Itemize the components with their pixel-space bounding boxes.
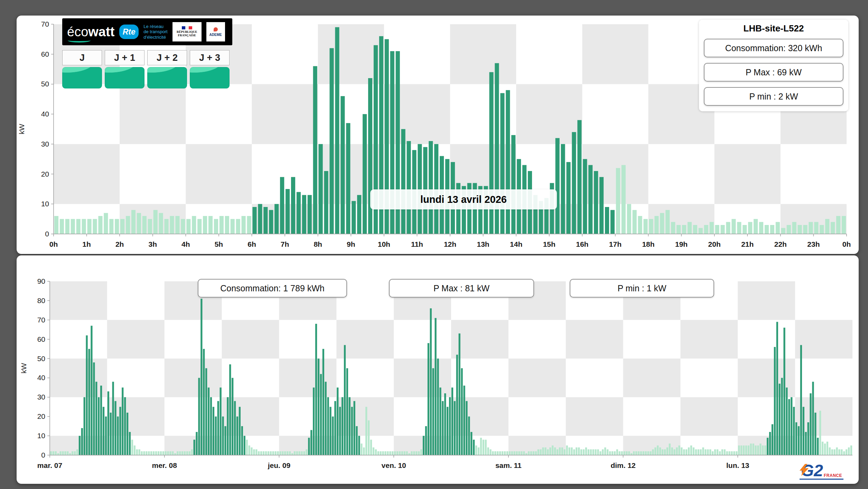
ecowatt-tab-j-label: J: [62, 50, 102, 65]
ademe-logo: ADEME: [206, 22, 225, 41]
g2e-lightning-icon: [800, 464, 809, 476]
svg-text:13h: 13h: [477, 240, 489, 248]
ecowatt-day-tabs: J J + 1 J + 2 J + 3: [62, 50, 232, 88]
svg-text:10: 10: [37, 432, 45, 440]
svg-text:11h: 11h: [411, 240, 423, 248]
rte-caption: Le réseau de transport d'électricité: [143, 24, 167, 40]
svg-text:1h: 1h: [82, 240, 91, 248]
svg-text:kW: kW: [18, 124, 26, 134]
ecowatt-brand-watt: watt: [88, 25, 114, 39]
daily-pmin-stat: P min : 2 kW: [704, 87, 843, 106]
ecowatt-signal-green-j: [62, 67, 102, 88]
svg-text:20: 20: [37, 412, 45, 420]
g2e-country-text: FRANCE: [824, 473, 842, 478]
ecowatt-tab-j3-label: J + 3: [190, 50, 230, 65]
svg-text:22h: 22h: [774, 240, 787, 248]
ecowatt-widget: écowatt Rte Le réseau de transport d'éle…: [62, 18, 232, 88]
svg-text:40: 40: [37, 374, 45, 382]
ecowatt-tab-j1[interactable]: J + 1: [105, 50, 144, 88]
ecowatt-brand-eco: éco: [67, 25, 88, 39]
ecowatt-signal-green-j1: [105, 67, 144, 88]
svg-text:mer. 08: mer. 08: [152, 461, 177, 469]
ademe-flame-icon: [214, 27, 218, 31]
weekly-consumption-stat: Consommation: 1 789 kWh: [198, 279, 347, 298]
energy-dashboard: 0102030405060700h1h2h3h4h5h6h7h8h9h10h11…: [0, 0, 868, 489]
svg-text:50: 50: [41, 80, 49, 88]
g2e-logo: G2 FRANCE: [800, 464, 843, 480]
ecowatt-logo: écowatt Rte Le réseau de transport d'éle…: [62, 18, 232, 45]
site-stats-card: LHB-site-L522 Consommation: 320 kWh P Ma…: [699, 20, 848, 111]
svg-text:lun. 13: lun. 13: [726, 461, 749, 469]
svg-text:60: 60: [41, 50, 49, 58]
rte-logo: Rte: [119, 25, 139, 39]
svg-text:90: 90: [37, 277, 45, 285]
svg-text:ven. 10: ven. 10: [382, 461, 406, 469]
svg-text:8h: 8h: [314, 240, 322, 248]
g2e-logo-right: FRANCE: [824, 473, 842, 478]
svg-text:9h: 9h: [347, 240, 355, 248]
svg-text:12h: 12h: [444, 240, 456, 248]
ecowatt-tab-j2[interactable]: J + 2: [147, 50, 187, 88]
svg-text:70: 70: [41, 20, 49, 28]
svg-text:19h: 19h: [675, 240, 688, 248]
svg-text:0: 0: [41, 451, 45, 459]
french-flag-icon: [182, 26, 192, 29]
svg-text:0: 0: [45, 230, 49, 238]
svg-text:sam. 11: sam. 11: [495, 461, 522, 469]
svg-text:7h: 7h: [281, 240, 289, 248]
ecowatt-tab-j3[interactable]: J + 3: [190, 50, 230, 88]
svg-text:17h: 17h: [609, 240, 622, 248]
svg-text:jeu. 09: jeu. 09: [268, 461, 290, 469]
ecowatt-signal-green-j3: [190, 67, 230, 88]
svg-text:4h: 4h: [181, 240, 190, 248]
svg-text:5h: 5h: [215, 240, 223, 248]
svg-text:40: 40: [41, 110, 49, 118]
svg-text:14h: 14h: [510, 240, 522, 248]
weekly-pmin-stat: P min : 1 kW: [570, 279, 714, 298]
svg-text:dim. 12: dim. 12: [610, 461, 635, 469]
date-label: lundi 13 avril 2026: [370, 189, 557, 209]
ademe-text: ADEME: [209, 33, 222, 37]
svg-text:2h: 2h: [115, 240, 124, 248]
svg-text:6h: 6h: [248, 240, 256, 248]
ecowatt-tab-j2-label: J + 2: [147, 50, 187, 65]
svg-text:10: 10: [41, 200, 49, 208]
daily-consumption-stat: Consommation: 320 kWh: [704, 39, 843, 57]
daily-pmax-stat: P Max : 69 kW: [704, 63, 843, 82]
svg-text:30: 30: [41, 140, 49, 148]
republique-francaise-text: RÉPUBLIQUE FRANÇAISE: [177, 30, 197, 37]
republique-francaise-logo: RÉPUBLIQUE FRANÇAISE: [172, 22, 202, 41]
ecowatt-signal-green-j2: [147, 67, 187, 88]
svg-text:mar. 07: mar. 07: [37, 461, 62, 469]
ecowatt-swoosh-icon: [68, 38, 91, 43]
svg-text:16h: 16h: [576, 240, 588, 248]
svg-text:20: 20: [41, 170, 49, 178]
svg-text:18h: 18h: [642, 240, 654, 248]
svg-text:10h: 10h: [378, 240, 390, 248]
svg-text:21h: 21h: [741, 240, 754, 248]
ecowatt-brand: écowatt: [67, 25, 114, 39]
svg-text:0h: 0h: [49, 240, 58, 248]
ecowatt-tab-j1-label: J + 1: [105, 50, 144, 65]
svg-text:60: 60: [37, 335, 45, 343]
svg-text:0h: 0h: [842, 240, 851, 248]
svg-text:30: 30: [37, 393, 45, 401]
svg-text:23h: 23h: [807, 240, 820, 248]
svg-text:80: 80: [37, 297, 45, 304]
daily-chart-panel: 0102030405060700h1h2h3h4h5h6h7h8h9h10h11…: [17, 16, 859, 254]
ecowatt-tab-j[interactable]: J: [62, 50, 102, 88]
svg-text:50: 50: [37, 355, 45, 363]
svg-text:kW: kW: [20, 363, 28, 374]
svg-text:20h: 20h: [708, 240, 721, 248]
site-name: LHB-site-L522: [704, 23, 843, 34]
svg-text:3h: 3h: [148, 240, 157, 248]
svg-text:70: 70: [37, 316, 45, 324]
svg-text:15h: 15h: [543, 240, 556, 248]
weekly-chart-panel: 0102030405060708090mar. 07mer. 08jeu. 09…: [17, 255, 859, 484]
weekly-pmax-stat: P Max : 81 kW: [389, 279, 534, 298]
